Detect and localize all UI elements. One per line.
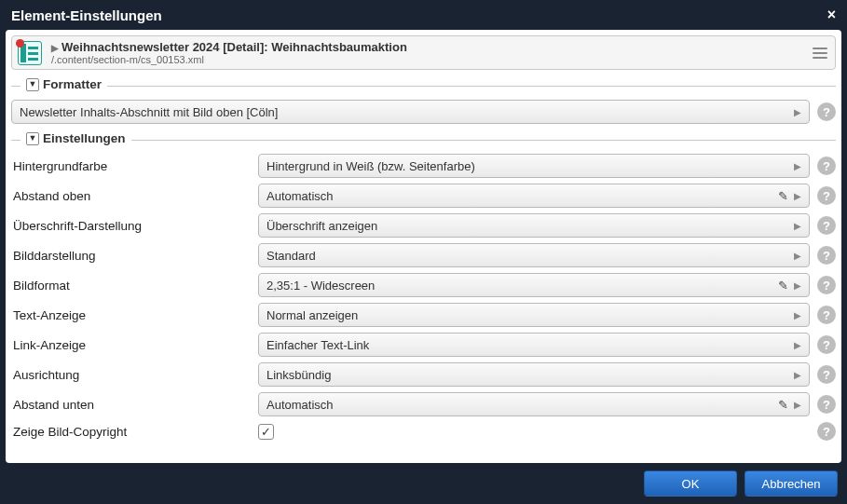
settings-label: Hintergrundfarbe [11,159,258,173]
help-icon[interactable]: ? [817,365,836,384]
settings-label: Überschrift-Darstellung [11,219,258,233]
settings-row: Abstand untenAutomatisch✎▶? [11,392,836,416]
chevron-right-icon: ▶ [794,280,801,291]
copyright-checkbox[interactable]: ✓ [258,424,274,440]
dialog-title: Element-Einstellungen [11,7,162,23]
help-icon[interactable]: ? [817,246,836,265]
resource-title: ▶Weihnachtsnewsletter 2024 [Detail]: Wei… [51,40,811,54]
settings-value: Linksbündig [266,368,794,382]
settings-row: Abstand obenAutomatisch✎▶? [11,184,836,208]
help-icon[interactable]: ? [817,186,836,205]
help-icon[interactable]: ? [817,335,836,354]
pencil-icon[interactable]: ✎ [778,398,788,412]
pencil-icon[interactable]: ✎ [778,189,788,203]
chevron-right-icon: ▶ [794,107,801,117]
help-icon[interactable]: ? [817,306,836,324]
copyright-label: Zeige Bild-Copyright [11,425,258,439]
settings-select[interactable]: Überschrift anzeigen▶ [258,213,810,238]
chevron-right-icon: ▶ [794,251,801,261]
section-title-settings: Einstellungen [43,131,126,145]
settings-select[interactable]: Normal anzeigen▶ [258,303,810,327]
settings-row: BilddarstellungStandard▶? [11,243,836,267]
section-header-formatter: ▼ Formatter [11,77,836,94]
settings-label: Abstand unten [11,398,258,412]
dialog: Element-Einstellungen × ▶Weihnachtsnewsl… [0,0,847,504]
settings-select[interactable]: 2,35:1 - Widescreen✎▶ [258,273,810,297]
collapse-toggle-icon[interactable]: ▼ [26,78,39,91]
dialog-titlebar: Element-Einstellungen × [0,0,847,30]
chevron-right-icon: ▶ [51,43,59,53]
settings-value: Automatisch [266,398,778,412]
section-header-settings: ▼ Einstellungen [11,131,836,148]
copyright-row: Zeige Bild-Copyright ✓ ? [11,422,836,441]
settings-value: Normal anzeigen [266,308,794,322]
settings-value: Hintergrund in Weiß (bzw. Seitenfarbe) [266,159,794,173]
settings-label: Bildformat [11,279,258,293]
help-icon[interactable]: ? [817,276,836,294]
settings-value: Standard [266,249,794,263]
formatter-row: Newsletter Inhalts-Abschnitt mit Bild ob… [11,100,836,124]
settings-label: Text-Anzeige [11,308,258,322]
resource-header: ▶Weihnachtsnewsletter 2024 [Detail]: Wei… [11,35,836,70]
settings-label: Link-Anzeige [11,338,258,352]
settings-row: Link-AnzeigeEinfacher Text-Link▶? [11,333,836,357]
settings-value: 2,35:1 - Widescreen [266,279,778,293]
settings-row: HintergrundfarbeHintergrund in Weiß (bzw… [11,154,836,178]
settings-row: Überschrift-DarstellungÜberschrift anzei… [11,213,836,238]
settings-select[interactable]: Automatisch✎▶ [258,184,810,208]
settings-value: Überschrift anzeigen [266,219,794,233]
settings-label: Bilddarstellung [11,249,258,263]
chevron-right-icon: ▶ [794,400,801,410]
settings-select[interactable]: Linksbündig▶ [258,362,810,387]
ok-button[interactable]: OK [644,470,737,497]
help-icon[interactable]: ? [817,157,836,175]
settings-row: Text-AnzeigeNormal anzeigen▶? [11,303,836,327]
settings-value: Automatisch [266,189,778,203]
help-icon[interactable]: ? [817,395,836,414]
chevron-right-icon: ▶ [794,161,801,171]
settings-label: Ausrichtung [11,368,258,382]
settings-select[interactable]: Standard▶ [258,243,810,267]
formatter-value: Newsletter Inhalts-Abschnitt mit Bild ob… [20,105,794,119]
help-icon[interactable]: ? [817,102,836,121]
chevron-right-icon: ▶ [794,221,801,231]
settings-select[interactable]: Einfacher Text-Link▶ [258,333,810,357]
settings-fields-container: HintergrundfarbeHintergrund in Weiß (bzw… [11,154,836,416]
help-icon[interactable]: ? [817,216,836,235]
settings-row: AusrichtungLinksbündig▶? [11,362,836,387]
section-title-formatter: Formatter [43,77,102,91]
pencil-icon[interactable]: ✎ [778,279,788,293]
modified-indicator-icon [16,39,24,48]
settings-row: Bildformat2,35:1 - Widescreen✎▶? [11,273,836,297]
menu-icon[interactable] [811,46,829,61]
chevron-right-icon: ▶ [794,191,801,201]
dialog-content: ▶Weihnachtsnewsletter 2024 [Detail]: Wei… [6,30,841,463]
chevron-right-icon: ▶ [794,340,801,350]
chevron-right-icon: ▶ [794,310,801,320]
settings-select[interactable]: Hintergrund in Weiß (bzw. Seitenfarbe)▶ [258,154,810,178]
settings-value: Einfacher Text-Link [266,338,794,352]
collapse-toggle-icon[interactable]: ▼ [26,132,39,145]
resource-path: /.content/section-m/cs_00153.xml [51,54,811,65]
help-icon[interactable]: ? [817,422,836,441]
chevron-right-icon: ▶ [794,370,801,380]
dialog-footer: OK Abbrechen [0,463,847,504]
formatter-select[interactable]: Newsletter Inhalts-Abschnitt mit Bild ob… [11,100,810,124]
cancel-button[interactable]: Abbrechen [745,470,838,497]
close-icon[interactable]: × [827,7,836,23]
resource-type-icon [18,41,42,65]
settings-label: Abstand oben [11,189,258,203]
settings-select[interactable]: Automatisch✎▶ [258,392,810,416]
